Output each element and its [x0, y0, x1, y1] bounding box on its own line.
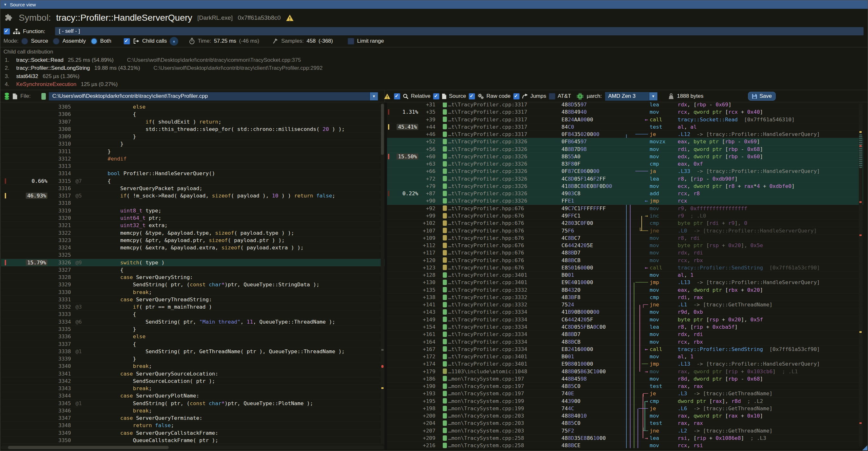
asm-source-location[interactable]: …t\TracyProfiler.cpp:3401	[448, 271, 561, 278]
source-line-3346[interactable]: 3346 break;	[1, 407, 384, 414]
asm-source-location[interactable]: …t\TracyProfiler.cpp:3326	[448, 175, 561, 182]
asm-row-+52[interactable]: +52…t\TracyProfiler.cpp:33260FB64597movz…	[387, 138, 863, 145]
asm-source-location[interactable]: …t\TracyProfiler.cpp:3332	[448, 294, 561, 301]
asm-source-location[interactable]: …t\TracyProfiler.hpp:676	[448, 257, 561, 264]
asm-source-location[interactable]: …t\TracyProfiler.cpp:3334	[448, 323, 561, 330]
source-line-3348[interactable]: 3348 return false;	[1, 422, 384, 429]
child-calls-label[interactable]: Child calls	[142, 38, 167, 44]
asm-row-+120[interactable]: +120…t\TracyProfiler.hpp:676488BCBmovrcx…	[387, 257, 863, 264]
asm-source-location[interactable]: …mon\TracySystem.cpp:197	[448, 383, 561, 390]
asm-source-location[interactable]: …t\TracyProfiler.cpp:3326	[448, 197, 561, 204]
function-checkbox[interactable]	[3, 28, 10, 35]
source-line-3312[interactable]: 3312#endif	[1, 155, 384, 162]
mode-radio-label[interactable]: Assembly	[62, 38, 86, 44]
asm-source-location[interactable]: …mon\TracySystem.cpp:258	[448, 442, 561, 448]
source-line-3347[interactable]: 3347 case ServerQueryTerminate:	[1, 414, 384, 422]
source-line-3325[interactable]: 3325	[1, 251, 384, 259]
source-line-3305[interactable]: 3305 else	[1, 103, 384, 111]
collapse-icon[interactable]: ▼	[3, 3, 7, 6]
asm-row-+46[interactable]: +46…t\TracyProfiler.cpp:33170F8435020000…	[387, 130, 863, 138]
source-line-3328[interactable]: 3328 case ServerQueryString:	[1, 274, 384, 281]
asm-source-location[interactable]: …t\TracyProfiler.cpp:3334	[448, 308, 561, 315]
source-line-3321[interactable]: 3321 uint32_t extra;	[1, 222, 384, 229]
march-combo-arrow-icon[interactable]: ▼	[649, 92, 658, 101]
resize-grip[interactable]	[862, 445, 867, 450]
asm-row-+63[interactable]: +63…t\TracyProfiler.cpp:332683F80Fcmpeax…	[387, 160, 863, 168]
source-line-3342[interactable]: 3342 SendSourceLocation( ptr );	[1, 378, 384, 385]
asm-source-location[interactable]: …t\TracyProfiler.cpp:3317	[448, 116, 561, 123]
asm-source-location[interactable]: …t\TracyProfiler.cpp:3401	[448, 360, 561, 367]
toolbar-check-relative[interactable]: Relative	[394, 93, 430, 100]
asm-row-+143[interactable]: +143…t\TracyProfiler.cpp:333441B90B00000…	[387, 308, 863, 315]
asm-row-+154[interactable]: +154…t\TracyProfiler.cpp:33344C8D055FBA0…	[387, 323, 863, 331]
source-line-3339[interactable]: 3339 }	[1, 355, 384, 362]
scrollbar-thumb[interactable]	[381, 104, 384, 155]
source-horizontal-scrollbar[interactable]	[1, 446, 384, 449]
source-line-3329[interactable]: 3329 SendString( ptr, (const char*)ptr, …	[1, 281, 384, 288]
asm-row-+186[interactable]: +186…mon\TracySystem.cpp:197448B4598movr…	[387, 375, 863, 383]
asm-row-+179[interactable]: +179…1103\include\atomic:1048488B05B63C1…	[387, 368, 863, 375]
asm-row-+109[interactable]: +109…t\TracyProfiler.hpp:6764C8BC7movr8,…	[387, 234, 863, 242]
asm-source-location[interactable]: …t\TracyProfiler.hpp:676	[448, 212, 561, 219]
asm-row-+167[interactable]: +167…t\TracyProfiler.cpp:3334E824160000←…	[387, 345, 863, 353]
limit-range-checkbox[interactable]	[348, 38, 354, 44]
asm-row-+90[interactable]: +90…t\TracyProfiler.cpp:3326FFE1←jmprcx	[387, 197, 863, 205]
asm-row-+195[interactable]: +195…mon\TracySystem.cpp:199443900→cmpdw…	[387, 397, 863, 405]
asm-row-+79[interactable]: +79…t\TracyProfiler.cpp:3326418B8C80E0BF…	[387, 182, 863, 190]
asm-row-+172[interactable]: +172…t\TracyProfiler.cpp:3401B001moval, …	[387, 353, 863, 360]
source-line-3338[interactable]: 3338@1 SendString( ptr, GetThreadName( p…	[1, 348, 384, 355]
asm-row-+117[interactable]: +117…t\TracyProfiler.hpp:676488BD7movrdx…	[387, 249, 863, 257]
source-line-3350[interactable]: 3350 QueueCallstackFrame( ptr );	[1, 437, 384, 444]
parent-symbol-button[interactable]: ▲	[169, 37, 178, 46]
asm-row-+135[interactable]: +135…t\TracyProfiler.cpp:33328B4320movea…	[387, 286, 863, 294]
source-line-3309[interactable]: 3309 }	[1, 133, 384, 140]
asm-source-location[interactable]: …t\TracyProfiler.cpp:3317	[448, 102, 561, 108]
source-line-3341[interactable]: 3341 case ServerQuerySourceLocation:	[1, 370, 384, 378]
asm-source-location[interactable]: …t\TracyProfiler.cpp:3334	[448, 316, 561, 323]
child-call-item[interactable]: 2.tracy::Profiler::SendLongString19.88 m…	[5, 64, 868, 72]
asm-row-+87[interactable]: 0.22%+87…t\TracyProfiler.cpp:33264903C8a…	[387, 190, 863, 197]
toolbar-check-jumps[interactable]: Jumps	[513, 93, 546, 100]
function-combo[interactable]: [ - self - ]	[55, 27, 864, 35]
asm-row-+39[interactable]: +39…t\TracyProfiler.cpp:3317E824AA0000←c…	[387, 116, 863, 123]
asm-row-+60[interactable]: 15.50%+60…t\TracyProfiler.cpp:33268B55A0…	[387, 153, 863, 160]
source-line-3319[interactable]: 3319 uint8_t type;	[1, 207, 384, 214]
asm-source-location[interactable]: …t\TracyProfiler.hpp:676	[448, 264, 561, 271]
asm-source-location[interactable]: …t\TracyProfiler.cpp:3334	[448, 345, 561, 353]
source-line-3333[interactable]: 3333 {	[1, 310, 384, 318]
source-line-3340[interactable]: 3340 break;	[1, 362, 384, 370]
asm-source-location[interactable]: …t\TracyProfiler.hpp:676	[448, 227, 561, 234]
source-line-3316[interactable]: 3316 ServerQueryPacket payload;	[1, 185, 384, 192]
asm-source-location[interactable]: …t\TracyProfiler.cpp:3317	[448, 108, 561, 115]
asm-source-location[interactable]: …t\TracyProfiler.cpp:3326	[448, 190, 561, 197]
scrollbar-thumb[interactable]	[859, 134, 862, 168]
asm-row-+130[interactable]: +130…t\TracyProfiler.cpp:3401E9E4010000─…	[387, 279, 863, 286]
source-line-3323[interactable]: 3323 memcpy( &ptr, &payload.ptr, sizeof(…	[1, 237, 384, 244]
source-line-3318[interactable]: 3318	[1, 200, 384, 207]
checkbox[interactable]	[433, 93, 440, 100]
scrollbar-thumb[interactable]	[8, 446, 169, 449]
source-line-3343[interactable]: 3343 break;	[1, 385, 384, 392]
asm-source-location[interactable]: …t\TracyProfiler.hpp:676	[448, 242, 561, 249]
asm-row-+207[interactable]: +207…mon\TracySystem.cpp:20375F2└─jne.L2…	[387, 427, 863, 434]
toolbar-check-raw-code[interactable]: Raw code	[468, 93, 510, 100]
asm-source-location[interactable]: …t\TracyProfiler.cpp:3326	[448, 153, 561, 160]
mode-radio-assembly[interactable]	[53, 38, 60, 44]
source-vertical-scrollbar[interactable]	[381, 103, 384, 444]
save-button[interactable]: Save	[748, 92, 776, 101]
asm-source-location[interactable]: …mon\TracySystem.cpp:197	[448, 390, 561, 397]
asm-row-+164[interactable]: +164…t\TracyProfiler.cpp:3334488BCBmovrc…	[387, 338, 863, 345]
asm-row-+92[interactable]: +92…t\TracyProfiler.hpp:67649C7C1FFFFFFF…	[387, 205, 863, 212]
checkbox[interactable]	[394, 93, 400, 100]
asm-source-location[interactable]: …mon\TracySystem.cpp:199	[448, 397, 561, 404]
asm-source-location[interactable]: …t\TracyProfiler.hpp:676	[448, 249, 561, 256]
asm-source-location[interactable]: …t\TracyProfiler.cpp:3332	[448, 301, 561, 308]
asm-row-+200[interactable]: +200…mon\TracySystem.cpp:203488B4010movr…	[387, 412, 863, 419]
asm-row-+107[interactable]: +107…t\TracyProfiler.hpp:67675F6└──jne.L…	[387, 227, 863, 234]
asm-source-location[interactable]: …t\TracyProfiler.hpp:676	[448, 205, 561, 212]
asm-row-+193[interactable]: +193…mon\TracySystem.cpp:197740E┌─je.L3 …	[387, 390, 863, 397]
asm-source-location[interactable]: …t\TracyProfiler.cpp:3401	[448, 279, 561, 286]
asm-row-+161[interactable]: +161…t\TracyProfiler.cpp:3334488BD7movrd…	[387, 331, 863, 338]
assembly-vertical-scrollbar[interactable]	[859, 103, 863, 447]
source-line-3314[interactable]: 3314bool Profiler::HandleServerQuery()	[1, 170, 384, 177]
